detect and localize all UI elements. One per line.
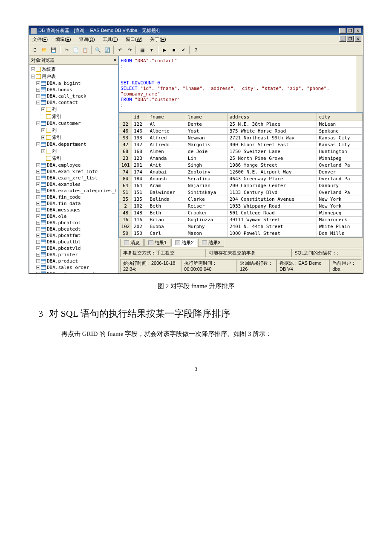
object-tree[interactable]: +系统表-用户表+DBA.a_bigint+DBA.bonus+DBA.call… [29, 65, 118, 273]
table-row[interactable]: 102202BubbaMurphy2401 N. 44th StreetWhit… [119, 223, 363, 230]
run-icon[interactable]: ▶ [160, 46, 169, 54]
tree-item[interactable]: -DBA.contact [30, 99, 117, 106]
tree-item[interactable]: 索引 [30, 155, 117, 162]
menu-关于(H)[interactable]: 关于(H) [148, 36, 167, 43]
table-row[interactable]: 23123AmandaLin25 North Pine GroveWinnipe… [119, 155, 363, 162]
table-row[interactable]: 16116BrianGugliuzza39111 Wyman StreetMam… [119, 217, 363, 223]
column-header[interactable]: city [317, 113, 363, 121]
tree-item[interactable]: +DBA.sales_order_items [30, 271, 117, 273]
table-row[interactable]: 68168Almende Joie1750 Sweitzer LaneHunti… [119, 148, 363, 155]
tree-item[interactable]: -用户表 [30, 73, 117, 80]
table-row[interactable]: 84184AnoushSerafina4643 Greenway PlaceOv… [119, 176, 363, 182]
table-row[interactable]: 22122AlDente25 N.E. 38th PlaceMcLean [119, 121, 363, 128]
mdi-close-button[interactable]: × [355, 36, 361, 42]
table-row[interactable]: 46146AlbertoYost375 White Horse RoadSpok… [119, 128, 363, 135]
sql-editor[interactable]: FROM "DBA"."contact";SET ROWCOUNT 0SELEC… [118, 56, 363, 113]
find-icon[interactable]: 🔍 [94, 46, 102, 54]
tree-item[interactable]: +索引 [30, 134, 117, 141]
column-header[interactable]: id [132, 113, 148, 121]
section-number: 3 [38, 308, 43, 319]
table-row[interactable]: 2102BethReiser1033 Whippany RoadNew York [119, 203, 363, 210]
figure-caption: 图 2 对字段 fname 升序排序 [0, 282, 392, 290]
tree-item[interactable]: +DBA.exam_xref_list [30, 175, 117, 181]
tree-item[interactable]: +DBA.pbcatedt [30, 226, 117, 232]
new-file-icon[interactable]: 🗋 [31, 46, 39, 54]
tree-item[interactable]: +DBA.ole [30, 213, 117, 220]
table-row[interactable]: 74174AnabaiZoblotny12600 N.E. Airport Wa… [119, 169, 363, 176]
table-row[interactable]: 42142AlfredoMargolis400 Bloor Street Eas… [119, 142, 363, 148]
tree-item[interactable]: +列 [30, 127, 117, 134]
undo-icon[interactable]: ↶ [116, 46, 124, 54]
menu-文件(F)[interactable]: 文件(F) [31, 36, 49, 43]
cut-icon[interactable]: ✂ [62, 46, 71, 54]
menu-编辑(E)[interactable]: 编辑(E) [54, 36, 73, 43]
mdi-restore-button[interactable]: ❐ [347, 36, 354, 42]
mdi-minimize-button[interactable]: _ [339, 36, 346, 42]
table-row[interactable]: 50150CarlMason1000 Powell StreetDon Mill… [119, 230, 363, 237]
table-row[interactable]: 51151BalwinderSinitskaya1133 Century Blv… [119, 189, 363, 196]
column-header[interactable] [119, 113, 132, 121]
help-icon[interactable]: ? [192, 46, 200, 54]
tab-结果3[interactable]: 结果3 [198, 239, 224, 247]
scrollbar-vertical[interactable] [356, 56, 363, 113]
replace-icon[interactable]: 🔄 [103, 46, 112, 54]
panel-close-icon[interactable]: × [114, 57, 116, 64]
tree-item[interactable]: -DBA.customer [30, 120, 117, 127]
tab-消息[interactable]: 消息 [120, 239, 144, 247]
grid-icon[interactable]: ▦ [138, 46, 147, 54]
copy-icon[interactable]: 📄 [72, 46, 80, 54]
tab-结果1[interactable]: 结果1 [144, 239, 170, 247]
tree-item[interactable]: +DBA.fin_data [30, 200, 117, 207]
tree-item[interactable]: +DBA.sales_order [30, 264, 117, 271]
tree-item[interactable]: +列 [30, 106, 117, 113]
menu-查询(Q)[interactable]: 查询(Q) [77, 36, 97, 43]
dropdown-icon[interactable]: ▾ [147, 46, 156, 54]
results-grid[interactable]: idfnamelnameaddresscity22122AlDente25 N.… [118, 113, 363, 237]
tree-item[interactable]: +DBA.call_track [30, 93, 117, 99]
close-button[interactable]: × [355, 28, 361, 34]
tree-item[interactable]: +DBA.messages [30, 207, 117, 213]
tree-item[interactable]: +DBA.printer [30, 251, 117, 258]
tab-结果2[interactable]: 结果2 [171, 239, 197, 247]
column-header[interactable]: fname [148, 113, 186, 121]
tree-item[interactable]: +DBA.fin_code [30, 194, 117, 200]
table-row[interactable]: 64164AramNajarian200 Cambridge CenterDan… [119, 182, 363, 189]
tree-item[interactable]: +DBA.pbcattbl [30, 239, 117, 245]
tree-label: DBA.examples_categories_l [47, 188, 118, 194]
tree-item[interactable]: 索引 [30, 113, 117, 120]
tree-item[interactable]: +DBA.employee [30, 162, 117, 168]
tree-label: DBA.printer [47, 252, 78, 257]
tree-item[interactable]: +列 [30, 147, 117, 155]
redo-icon[interactable]: ↷ [125, 46, 134, 54]
tree-item[interactable]: +DBA.bonus [30, 87, 117, 93]
open-file-icon[interactable]: 📂 [40, 46, 49, 54]
tree-item[interactable]: +DBA.pbcatvld [30, 245, 117, 251]
check-icon[interactable]: ✔ [179, 46, 187, 54]
menu-工具(T)[interactable]: 工具(T) [101, 36, 120, 43]
tree-item[interactable]: +DBA.a_bigint [30, 80, 117, 87]
tree-item[interactable]: -DBA.department [30, 141, 117, 147]
tree-item[interactable]: +DBA.exam_xref_info [30, 168, 117, 175]
tree-item[interactable]: +DBA.examples [30, 181, 117, 188]
tree-label: DBA.employee [47, 162, 81, 168]
minimize-button[interactable]: _ [339, 28, 346, 34]
stop-icon[interactable]: ■ [170, 46, 178, 54]
tree-item[interactable]: +系统表 [30, 66, 117, 73]
save-icon[interactable]: 💾 [49, 46, 58, 54]
paste-icon[interactable]: 📋 [81, 46, 89, 54]
column-header[interactable]: address [228, 113, 317, 121]
table-row[interactable]: 35135BelindaClarke204 Constitution Avenu… [119, 196, 363, 203]
tree-item[interactable]: +DBA.pbcatcol [30, 220, 117, 226]
restore-button[interactable]: ❐ [347, 28, 354, 34]
table-row[interactable]: 48148BethCrooker501 College RoadWinnepeg [119, 210, 363, 217]
tree-item[interactable]: +DBA.product [30, 258, 117, 264]
menubar: 文件(F)编辑(E)查询(Q)工具(T)窗口(W)关于(H) _ ❐ × [29, 35, 363, 44]
menu-窗口(W)[interactable]: 窗口(W) [124, 36, 144, 43]
table-icon [41, 227, 46, 231]
table-row[interactable]: 93193AlfredNewman2721 Northeast 99th Way… [119, 135, 363, 142]
tree-item[interactable]: +DBA.pbcatfmt [30, 232, 117, 239]
column-header[interactable]: lname [186, 113, 228, 121]
tree-label: DBA.call_track [47, 93, 86, 99]
table-row[interactable]: 101201AmitSingh1986 Yonge StreetOverland… [119, 162, 363, 169]
tree-item[interactable]: +DBA.examples_categories_l [30, 188, 117, 194]
